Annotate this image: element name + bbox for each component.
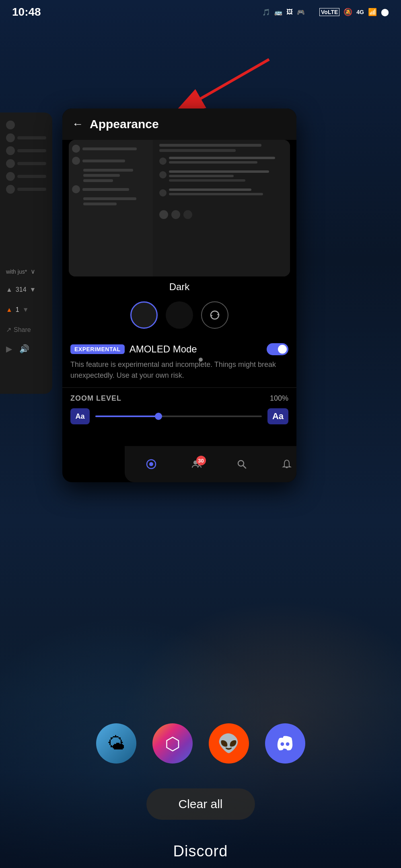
svg-line-9 [243, 465, 246, 468]
nav-notifications[interactable] [282, 459, 292, 469]
discord-card: ← Appearance [62, 108, 296, 482]
preview-row-2 [72, 157, 150, 165]
preview-header-line-1 [159, 144, 261, 147]
back-button[interactable]: ← [72, 118, 83, 131]
preview-msg-line-2c [169, 179, 245, 182]
clear-all-button[interactable]: Clear all [146, 788, 255, 820]
zoom-slider[interactable] [95, 416, 262, 417]
amoled-row: EXPERIMENTAL AMOLED Mode [70, 343, 288, 355]
preview-header-line-2 [159, 149, 236, 152]
preview-msg-1 [159, 157, 287, 166]
upvote-icon: ▲ [6, 306, 12, 313]
preview-avatar-1 [72, 145, 80, 153]
theme-dot-darker[interactable] [166, 301, 193, 329]
theme-dot-dark[interactable] [130, 301, 158, 329]
bell-icon [282, 459, 292, 469]
preview-subline-5 [83, 203, 117, 205]
dock-icon-weather[interactable]: 🌤 [96, 723, 136, 764]
theme-preview-sidebar [69, 140, 153, 276]
preview-sub-2 [83, 197, 150, 205]
amoled-label: AMOLED Mode [130, 344, 262, 355]
preview-avatar-2 [72, 157, 80, 165]
preview-line-3 [82, 188, 129, 191]
vote-count-2: 314 [16, 286, 27, 293]
svg-point-13 [286, 742, 290, 746]
amoled-toggle[interactable] [267, 343, 288, 355]
share-section: ↗ Share [6, 326, 31, 334]
weather-icon-symbol: 🌤 [107, 733, 125, 753]
comment-text: with jus* ∨ [6, 268, 35, 275]
left-line-3 [17, 162, 46, 165]
status-bar: 10:48 🎵 🚌 🖼 🎮 VoLTE 🔕 4G 📶 ⬤ [0, 0, 401, 24]
media-icon: 🎵 [262, 8, 270, 16]
discord-label: Discord [173, 843, 228, 860]
dock-icon-discord[interactable] [265, 723, 305, 764]
vote-section-2: ▲ 314 ▼ [6, 286, 36, 293]
preview-msg-3 [159, 188, 287, 197]
dock-icons: 🌤 ⬡ 👽 [0, 723, 401, 764]
preview-msg-line-1a [169, 157, 275, 159]
left-row-1 [6, 121, 46, 129]
preview-bottom-avatar-3 [183, 210, 192, 219]
preview-avatar-3 [72, 185, 80, 193]
signal-icon: 📶 [368, 8, 377, 16]
left-avatar-5 [6, 172, 15, 181]
preview-header-area [159, 144, 287, 152]
toggle-knob [278, 345, 287, 354]
preview-msg-line-3b [169, 193, 263, 195]
vote-section: ▲ 1 ▼ [6, 306, 29, 313]
left-avatar-6 [6, 185, 15, 194]
left-avatar-2 [6, 133, 15, 142]
preview-line-2 [82, 160, 125, 162]
card-header: ← Appearance [62, 108, 296, 140]
preview-subline-1 [83, 169, 133, 172]
left-line-4 [17, 175, 46, 178]
left-row-4 [6, 159, 46, 168]
4g-icon: 4G [356, 9, 364, 15]
left-row-2 [6, 133, 46, 142]
reddit-icon-symbol: 👽 [218, 733, 240, 754]
status-time: 10:48 [12, 6, 41, 18]
theme-dot-sync[interactable] [201, 301, 228, 329]
preview-msg-avatar-1 [159, 158, 167, 165]
zoom-slider-fill [95, 416, 158, 417]
zoom-aa-small: Aa [70, 408, 90, 424]
nav-search[interactable] [236, 459, 247, 469]
volume-icon: 🔊 [19, 344, 29, 354]
nav-friends[interactable]: 30 [191, 459, 202, 469]
theme-preview [69, 140, 290, 276]
preview-bottom-avatars [159, 202, 287, 219]
theme-preview-chat [156, 140, 290, 276]
preview-msg-line-2a [169, 170, 269, 173]
preview-msg-lines-1 [169, 157, 287, 166]
preview-msg-2 [159, 170, 287, 184]
amoled-description: This feature is experimental and incompl… [70, 359, 288, 381]
dock-icon-reddit[interactable]: 👽 [209, 723, 249, 764]
zoom-aa-large: Aa [267, 408, 288, 424]
preview-subline-4 [83, 197, 136, 200]
downvote-icon: ▼ [23, 306, 29, 313]
left-row-3 [6, 146, 46, 155]
preview-row-1 [72, 145, 150, 153]
left-avatar-4 [6, 159, 15, 168]
redbus-icon: 🚌 [274, 8, 282, 16]
play-icon: ▶ [6, 344, 12, 354]
status-icons: 🎵 🚌 🖼 🎮 VoLTE 🔕 4G 📶 ⬤ [262, 8, 389, 16]
theme-label: Dark [62, 276, 296, 297]
sync-icon [209, 309, 221, 321]
svg-marker-2 [217, 313, 219, 315]
preview-row-3 [72, 185, 150, 193]
card-title: Appearance [90, 117, 159, 131]
preview-msg-line-3a [169, 188, 251, 191]
preview-sub-1 [83, 169, 150, 182]
preview-bottom-avatar-1 [159, 210, 168, 219]
left-line-5 [17, 188, 46, 191]
nav-home[interactable] [146, 459, 156, 469]
amoled-section: EXPERIMENTAL AMOLED Mode This feature is… [62, 337, 296, 387]
dock-icon-instagram[interactable]: ⬡ [152, 723, 193, 764]
preview-subline-3 [83, 179, 113, 182]
preview-msg-avatar-3 [159, 189, 167, 197]
left-line-1 [17, 136, 46, 139]
svg-point-5 [149, 462, 153, 466]
volte-icon: VoLTE [319, 8, 339, 16]
